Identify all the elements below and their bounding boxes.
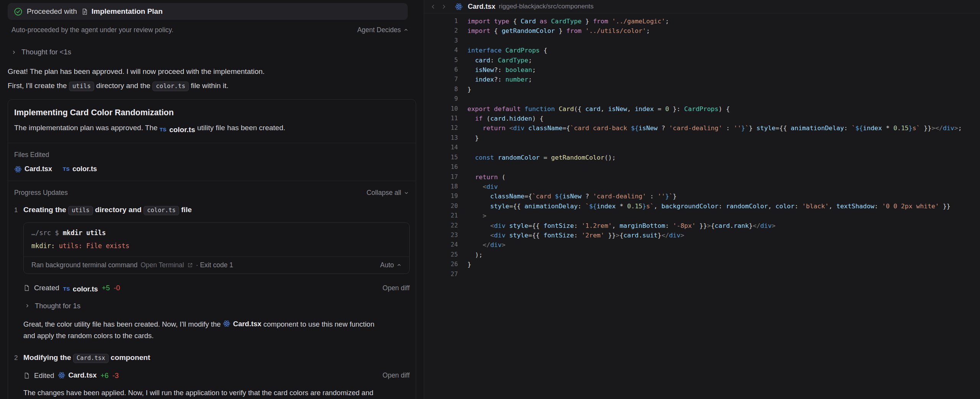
code-line: 24 </div> [424, 240, 980, 250]
code-line: 25 ); [424, 250, 980, 260]
line-number: 23 [424, 231, 458, 240]
chevron-left-icon [430, 4, 436, 10]
open-terminal-link[interactable]: Open Terminal [140, 261, 184, 269]
line-number: 22 [424, 221, 458, 231]
inline-code-chip: color.ts [144, 206, 179, 215]
terminal-output: mkdir: utils: File exists [31, 242, 402, 250]
inline-code-chip: utils [68, 206, 93, 215]
editor-filepath: rigged-blackjack/src/components [499, 3, 594, 10]
line-number: 2 [424, 26, 458, 36]
line-number: 3 [424, 36, 458, 46]
chevron-right-icon [25, 303, 30, 308]
line-number: 21 [424, 211, 458, 221]
progress-step-1: 1 Creating the utils directory and color… [14, 204, 410, 216]
open-diff-button[interactable]: Open diff [382, 284, 410, 292]
react-icon [58, 371, 65, 379]
code-line: 4interface CardProps { [424, 46, 980, 55]
line-number: 18 [424, 182, 458, 191]
review-note: Auto-proceeded by the agent under your r… [11, 26, 173, 34]
thought-label: Thought for 1s [35, 302, 80, 310]
code-line: 10export default function Card({ card, i… [424, 104, 980, 114]
app-window: Proceeded with Implementation Plan Auto-… [0, 0, 980, 399]
diff-added: +6 [101, 371, 109, 380]
chevron-right-icon [11, 50, 16, 55]
nav-back-button[interactable] [430, 3, 437, 10]
code-line: 22 <div style={{ fontSize: '1.2rem', mar… [424, 221, 980, 231]
progress-updates-section: Progress Updates Collapse all 1 Creating… [8, 181, 416, 399]
open-diff-button[interactable]: Open diff [382, 371, 410, 379]
terminal-footer: Ran background terminal command Open Ter… [24, 257, 409, 273]
card-title: Implementing Card Color Randomization [14, 108, 410, 118]
code-line: 14 [424, 143, 980, 152]
thought-toggle-2[interactable]: Thought for 1s [25, 302, 410, 310]
editor-filename: Card.tsx [468, 3, 495, 11]
inline-code-chip: Card.tsx [73, 354, 109, 363]
external-link-icon[interactable] [187, 262, 193, 268]
files-edited-section: Files Edited Card.tsxTScolor.ts [8, 143, 416, 181]
code-line: 18 <div [424, 182, 980, 191]
file-ref-card-tsx[interactable]: Card.tsx [58, 371, 96, 379]
files-edited-label: Files Edited [14, 151, 410, 159]
card-subtitle: The implementation plan was approved. Th… [14, 123, 410, 135]
progress-updates-label: Progress Updates [14, 189, 68, 197]
code-line: 9 [424, 94, 980, 104]
line-number: 6 [424, 65, 458, 75]
line-number: 12 [424, 123, 458, 133]
agent-decides-dropdown[interactable]: Agent Decides [357, 26, 408, 34]
line-number: 17 [424, 172, 458, 182]
react-icon [455, 3, 463, 11]
created-file-ref: TScolor.ts [63, 283, 98, 293]
file-ref-card-tsx[interactable]: Card.tsx [14, 165, 52, 173]
exit-code-label: · Exit code 1 [196, 261, 233, 269]
collapse-all-label: Collapse all [367, 189, 401, 197]
file-ref-color-ts[interactable]: TScolor.ts [63, 165, 97, 173]
inline-code-chip: utils [69, 82, 94, 91]
code-line: 15 const randomColor = getRandomColor(); [424, 153, 980, 162]
code-line: 2import { getRandomColor } from '../util… [424, 26, 980, 36]
diff-removed: -0 [114, 284, 120, 292]
code-line: 8} [424, 85, 980, 94]
code-area[interactable]: 1import type { Card as CardType } from '… [424, 13, 980, 399]
terminal-cwd: …/src [31, 229, 51, 237]
code-line: 20 style={{ animationDelay: `${index * 0… [424, 201, 980, 211]
edited-file-ref: Card.tsx [58, 371, 96, 380]
file-action-label: Created [34, 284, 59, 292]
line-number: 19 [424, 191, 458, 201]
file-ref-color-ts[interactable]: TScolor.ts [160, 124, 195, 135]
terminal-output-error: utils: File exists [59, 242, 129, 250]
auto-label: Auto [380, 261, 394, 269]
file-ref-color-ts[interactable]: TScolor.ts [63, 285, 98, 293]
auto-dropdown[interactable]: Auto [380, 261, 402, 269]
thought-toggle[interactable]: Thought for <1s [11, 48, 416, 56]
diff-added: +5 [102, 284, 110, 292]
proceeded-banner[interactable]: Proceeded with Implementation Plan [8, 3, 408, 20]
line-number: 8 [424, 85, 458, 94]
collapse-all-button[interactable]: Collapse all [367, 189, 409, 197]
inline-code-chip: color.ts [152, 82, 189, 91]
line-number: 25 [424, 250, 458, 260]
diff-removed: -3 [113, 371, 119, 380]
terminal-output-prefix: mkdir: [31, 242, 59, 250]
typescript-icon: TS [160, 124, 167, 135]
code-line: 23 <div style={{ fontSize: '2rem' }}>{ca… [424, 231, 980, 240]
line-number: 27 [424, 270, 458, 279]
code-line: 1import type { Card as CardType } from '… [424, 16, 980, 26]
chevron-up-icon [403, 28, 408, 33]
line-number: 9 [424, 94, 458, 104]
review-policy-row: Auto-proceeded by the agent under your r… [11, 26, 408, 34]
file-icon [23, 372, 30, 379]
step-title: Creating the utils directory and color.t… [23, 204, 192, 216]
line-number: 20 [424, 201, 458, 211]
step-number: 1 [14, 206, 19, 214]
code-line: 3 [424, 36, 980, 46]
assistant-message: The changes have been applied. Now, I wi… [23, 387, 410, 399]
code-line: 26} [424, 260, 980, 269]
code-editor-panel: Card.tsx rigged-blackjack/src/components… [424, 0, 980, 399]
code-line: 5 card: CardType; [424, 56, 980, 65]
nav-forward-button[interactable] [440, 3, 448, 10]
code-line: 16 [424, 162, 980, 172]
terminal-block: …/src $ mkdir utils mkdir: utils: File e… [23, 222, 410, 274]
code-line: 27 [424, 270, 980, 279]
line-number: 15 [424, 153, 458, 162]
file-ref-card-tsx[interactable]: Card.tsx [223, 318, 261, 330]
